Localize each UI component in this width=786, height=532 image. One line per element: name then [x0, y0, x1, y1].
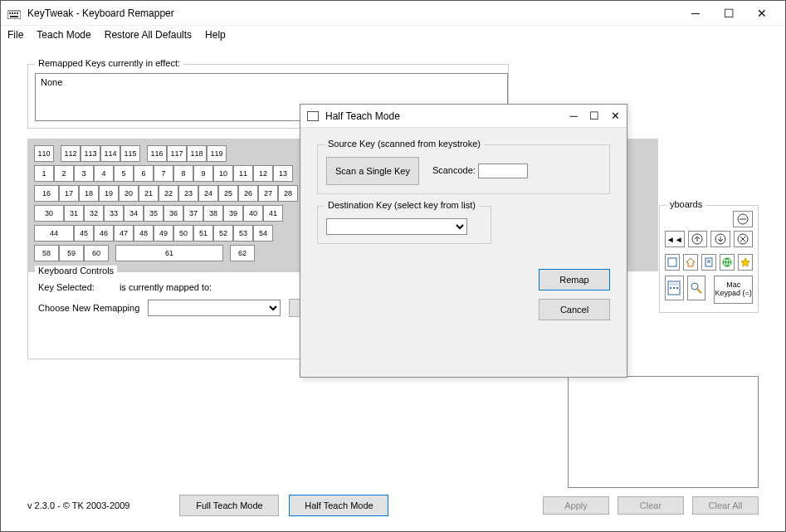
key-39[interactable]: 39: [223, 205, 243, 222]
destination-key-select[interactable]: [326, 218, 467, 235]
key-44[interactable]: 44: [34, 225, 74, 242]
key-31[interactable]: 31: [64, 205, 84, 222]
key-118[interactable]: 118: [187, 145, 207, 162]
media-up-icon[interactable]: [688, 231, 708, 247]
key-13[interactable]: 13: [273, 165, 293, 182]
key-112[interactable]: 112: [61, 145, 81, 162]
full-teach-mode-button[interactable]: Full Teach Mode: [179, 495, 279, 516]
globe-icon[interactable]: [720, 254, 735, 271]
svg-rect-16: [673, 287, 675, 289]
key-114[interactable]: 114: [100, 145, 120, 162]
key-48[interactable]: 48: [134, 225, 154, 242]
close-button[interactable]: ✕: [745, 2, 779, 25]
key-6[interactable]: 6: [134, 165, 154, 182]
key-7[interactable]: 7: [154, 165, 173, 182]
key-8[interactable]: 8: [173, 165, 193, 182]
key-61[interactable]: 61: [115, 245, 223, 261]
key-37[interactable]: 37: [183, 205, 203, 222]
key-50[interactable]: 50: [173, 225, 193, 242]
key-46[interactable]: 46: [94, 225, 114, 242]
dialog-maximize-button[interactable]: ☐: [589, 110, 599, 122]
key-40[interactable]: 40: [243, 205, 263, 222]
key-51[interactable]: 51: [193, 225, 213, 242]
media-prev-icon[interactable]: ◄◄: [665, 231, 685, 247]
key-41[interactable]: 41: [263, 205, 283, 222]
star-icon[interactable]: [738, 254, 753, 271]
key-12[interactable]: 12: [253, 165, 273, 182]
key-18[interactable]: 18: [79, 185, 99, 202]
maximize-button[interactable]: ☐: [712, 2, 745, 25]
key-33[interactable]: 33: [104, 205, 124, 222]
media-mute-icon[interactable]: [734, 231, 754, 247]
menu-teach-mode[interactable]: Teach Mode: [37, 29, 90, 41]
key-116[interactable]: 116: [147, 145, 167, 162]
key-26[interactable]: 26: [238, 185, 258, 202]
dialog-cancel-button[interactable]: Cancel: [539, 299, 610, 320]
remapping-select[interactable]: [148, 300, 281, 316]
key-9[interactable]: 9: [193, 165, 213, 182]
key-47[interactable]: 47: [114, 225, 134, 242]
menu-restore-defaults[interactable]: Restore All Defaults: [105, 29, 192, 41]
menu-help[interactable]: Help: [205, 29, 226, 41]
key-36[interactable]: 36: [164, 205, 183, 222]
key-11[interactable]: 11: [233, 165, 253, 182]
key-62[interactable]: 62: [230, 245, 255, 261]
key-25[interactable]: 25: [218, 185, 238, 202]
key-54[interactable]: 54: [253, 225, 273, 242]
key-35[interactable]: 35: [144, 205, 164, 222]
scan-single-key-button[interactable]: Scan a Single Key: [326, 157, 419, 185]
key-23[interactable]: 23: [178, 185, 198, 202]
svg-rect-15: [670, 287, 671, 289]
half-teach-mode-button[interactable]: Half Teach Mode: [289, 495, 388, 516]
clear-button[interactable]: Clear: [618, 496, 684, 515]
key-3[interactable]: 3: [74, 165, 94, 182]
key-60[interactable]: 60: [84, 245, 109, 261]
mac-keypad-button[interactable]: Mac Keypad (=): [714, 276, 753, 304]
key-32[interactable]: 32: [84, 205, 104, 222]
key-34[interactable]: 34: [124, 205, 144, 222]
media-icon[interactable]: [733, 211, 753, 227]
dialog-close-button[interactable]: ✕: [611, 110, 620, 122]
key-22[interactable]: 22: [159, 185, 178, 202]
key-49[interactable]: 49: [154, 225, 173, 242]
calculator-icon[interactable]: [665, 276, 684, 300]
key-16[interactable]: 16: [34, 185, 59, 202]
key-59[interactable]: 59: [59, 245, 84, 261]
key-115[interactable]: 115: [120, 145, 140, 162]
search-icon[interactable]: [687, 276, 706, 300]
dialog-minimize-button[interactable]: ─: [570, 110, 578, 122]
key-52[interactable]: 52: [213, 225, 233, 242]
remapped-keys-label: Remapped Keys currently in effect:: [35, 58, 183, 68]
key-58[interactable]: 58: [34, 245, 59, 261]
home-icon[interactable]: [683, 254, 698, 271]
key-53[interactable]: 53: [233, 225, 253, 242]
key-28[interactable]: 28: [278, 185, 298, 202]
doc-icon[interactable]: [701, 254, 716, 271]
key-24[interactable]: 24: [198, 185, 218, 202]
key-10[interactable]: 10: [213, 165, 233, 182]
key-45[interactable]: 45: [74, 225, 94, 242]
minimize-button[interactable]: ─: [679, 2, 712, 25]
menu-file[interactable]: File: [7, 29, 23, 41]
key-5[interactable]: 5: [114, 165, 134, 182]
key-1[interactable]: 1: [34, 165, 54, 182]
app-icon-1[interactable]: [665, 254, 680, 271]
key-110[interactable]: 110: [34, 145, 54, 162]
key-21[interactable]: 21: [139, 185, 159, 202]
media-down-icon[interactable]: [710, 231, 730, 247]
key-117[interactable]: 117: [167, 145, 187, 162]
key-4[interactable]: 4: [94, 165, 114, 182]
key-113[interactable]: 113: [81, 145, 100, 162]
currently-mapped-label: is currently mapped to:: [120, 282, 212, 292]
key-19[interactable]: 19: [99, 185, 119, 202]
dialog-remap-button[interactable]: Remap: [539, 269, 610, 290]
apply-button[interactable]: Apply: [543, 496, 609, 515]
clear-all-button[interactable]: Clear All: [692, 496, 759, 515]
key-30[interactable]: 30: [34, 205, 64, 222]
key-119[interactable]: 119: [207, 145, 227, 162]
key-27[interactable]: 27: [258, 185, 278, 202]
key-20[interactable]: 20: [119, 185, 139, 202]
key-38[interactable]: 38: [203, 205, 223, 222]
key-2[interactable]: 2: [54, 165, 74, 182]
key-17[interactable]: 17: [59, 185, 79, 202]
